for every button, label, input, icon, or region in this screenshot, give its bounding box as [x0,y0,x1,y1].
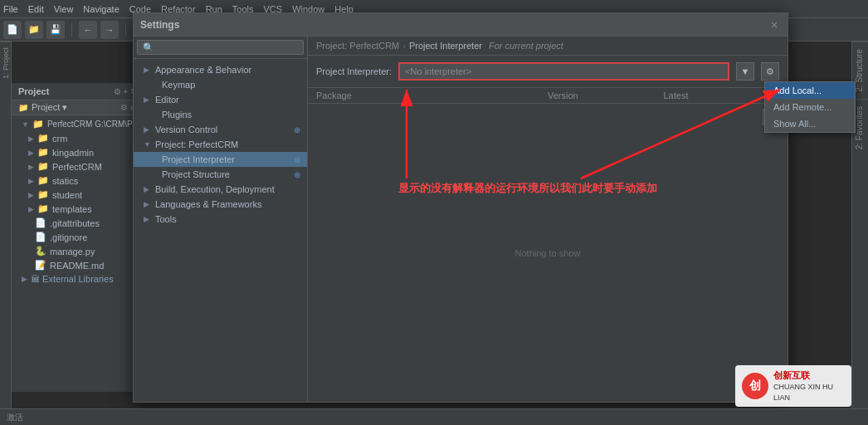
table-body: + Nothing to show [308,104,788,402]
breadcrumb-section: Project Interpreter [409,41,482,51]
vcs-indicator: ⊕ [294,125,300,134]
expand-icon: ▶ [144,200,152,208]
settings-search-input[interactable] [137,40,304,55]
dialog-title: Settings [140,19,768,31]
nothing-to-show: Nothing to show [515,248,581,258]
structure-indicator: ⊕ [294,170,300,179]
interpreter-label: Project Interpreter: [316,66,392,76]
settings-breadcrumb: Project: PerfectCRM › Project Interprete… [308,37,788,56]
dropdown-item-label: Add Remote... [773,102,831,112]
settings-plugins[interactable]: Plugins [134,107,307,122]
expand-icon: ▶ [144,185,152,193]
settings-interpreter[interactable]: Project Interpreter ⊕ [134,152,307,167]
settings-content-panel: Project: PerfectCRM › Project Interprete… [308,37,788,402]
dropdown-menu: Add Local... Add Remote... Show All... [764,81,856,133]
col-version-header: Version [548,90,664,100]
settings-item-label: Tools [155,214,177,224]
expand-icon: ▶ [144,66,152,74]
expand-icon: ▶ [144,125,152,134]
breadcrumb-note: For current project [489,41,563,51]
settings-item-label: Project Structure [162,169,230,179]
settings-item-label: Project Interpreter [162,154,235,164]
dropdown-item-label: Add Local... [773,85,822,95]
interpreter-bar: Project Interpreter: <No interpreter> ▼ … [308,56,788,88]
settings-item-label: Build, Execution, Deployment [155,184,275,194]
interpreter-settings-button[interactable]: ⚙ [761,62,779,81]
col-package-header: Package [316,90,548,100]
settings-structure[interactable]: Project Structure ⊕ [134,167,307,182]
settings-languages[interactable]: ▶ Languages & Frameworks [134,197,307,212]
watermark-line2: CHUANG XIN HU LIAN [773,382,845,403]
settings-vcs[interactable]: ▶ Version Control ⊕ [134,122,307,137]
dropdown-add-remote[interactable]: Add Remote... [765,99,855,115]
settings-project[interactable]: ▼ Project: PerfectCRM [134,137,307,152]
breadcrumb-root: Project: PerfectCRM [316,41,399,51]
dropdown-show-all[interactable]: Show All... [765,115,855,132]
interpreter-dropdown[interactable]: <No interpreter> [398,62,729,81]
settings-item-label: Plugins [162,110,192,120]
dialog-body: ▶ Appearance & Behavior Keymap ▶ Editor … [134,37,788,402]
watermark-line1: 创新互联 [773,369,845,382]
dropdown-item-label: Show All... [773,119,816,129]
watermark-logo: 创 [742,373,768,399]
settings-item-label: Languages & Frameworks [155,199,261,209]
settings-tree-panel: ▶ Appearance & Behavior Keymap ▶ Editor … [134,37,308,402]
settings-appearance[interactable]: ▶ Appearance & Behavior [134,62,307,77]
settings-item-label: Appearance & Behavior [155,65,251,75]
col-latest-header: Latest [664,90,780,100]
settings-build[interactable]: ▶ Build, Execution, Deployment [134,182,307,197]
dropdown-add-local[interactable]: Add Local... [765,82,855,99]
settings-item-label: Project: PerfectCRM [155,139,238,149]
settings-search [134,37,307,59]
settings-item-label: Version Control [155,125,217,134]
breadcrumb-sep1: › [402,41,406,51]
expand-icon: ▶ [144,215,152,223]
dialog-close-button[interactable]: × [768,18,781,32]
status-bar: 激活 [0,408,868,425]
dialog-titlebar: Settings × [134,13,788,37]
settings-tree: ▶ Appearance & Behavior Keymap ▶ Editor … [134,59,307,402]
watermark: 创 创新互联 CHUANG XIN HU LIAN [735,365,851,407]
expand-icon: ▶ [144,95,152,104]
watermark-text: 创新互联 CHUANG XIN HU LIAN [773,369,845,403]
dialog-overlay: Settings × ▶ Appearance & Behavior Keyma… [0,0,868,425]
settings-tools[interactable]: ▶ Tools [134,212,307,227]
settings-keymap[interactable]: Keymap [134,77,307,92]
settings-item-label: Keymap [162,80,195,90]
settings-item-label: Editor [155,95,179,105]
expand-icon: ▼ [144,140,152,149]
interpreter-arrow-button[interactable]: ▼ [736,62,754,81]
status-text: 激活 [7,412,23,423]
settings-dialog: Settings × ▶ Appearance & Behavior Keyma… [133,12,788,403]
table-header: Package Version Latest [308,88,788,104]
interpreter-indicator: ⊕ [294,155,300,164]
settings-editor[interactable]: ▶ Editor [134,92,307,107]
